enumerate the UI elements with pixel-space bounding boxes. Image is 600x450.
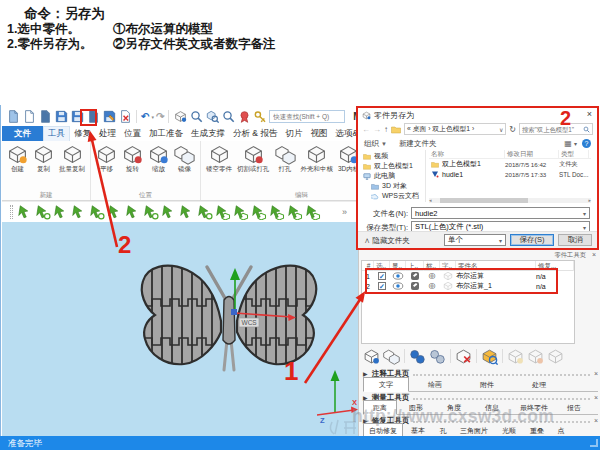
tab-analyze-report[interactable]: 分析 & 报告: [229, 126, 281, 141]
panel-close-icon[interactable]: ×: [592, 251, 596, 258]
select-parts-icon[interactable]: [363, 348, 380, 365]
view-cube-icon[interactable]: [173, 110, 187, 124]
selection-tool-icon[interactable]: [18, 205, 33, 220]
selection-tool-icon[interactable]: [126, 205, 141, 220]
undo-icon[interactable]: ↶: [141, 111, 149, 123]
selection-tool-icon[interactable]: [198, 205, 213, 220]
breadcrumb-caret-icon[interactable]: ∨: [499, 126, 503, 133]
punch-button[interactable]: 打孔: [274, 144, 297, 174]
breadcrumb[interactable]: « 桌面 › 双上色模型1 › ∨: [404, 123, 506, 135]
group-parts-icon[interactable]: [409, 348, 426, 365]
selection-tool-icon[interactable]: [36, 205, 51, 220]
new-scene-icon[interactable]: [22, 110, 36, 124]
close-toolpage-icon[interactable]: ×: [594, 370, 598, 377]
combine-select[interactable]: 单个▾: [444, 234, 506, 246]
sidebar-item-videos[interactable]: 视频: [363, 151, 423, 161]
selection-tool-icon[interactable]: [306, 205, 321, 220]
certificate-icon[interactable]: [237, 110, 251, 124]
tab-slice[interactable]: 切片: [281, 126, 306, 141]
selection-tool-icon[interactable]: [234, 205, 249, 220]
horizontal-scrollbar[interactable]: ◂ ▸: [429, 198, 591, 203]
organize-menu[interactable]: 组织 ▼: [364, 139, 387, 149]
filename-input[interactable]: hudie2▾: [411, 207, 590, 219]
tab-process[interactable]: 处理: [513, 378, 565, 391]
zoom-selection-icon[interactable]: [221, 110, 235, 124]
tab-text[interactable]: 文字: [363, 377, 409, 392]
toolbar-drag-handle[interactable]: [10, 205, 13, 219]
resize-grip[interactable]: [590, 439, 598, 447]
selection-tool-icon[interactable]: [90, 205, 105, 220]
refresh-icon[interactable]: ↻: [509, 125, 516, 134]
close-part-icon[interactable]: [118, 110, 132, 124]
tab-view[interactable]: 视图: [306, 126, 331, 141]
tab-tools[interactable]: 工具: [43, 126, 70, 141]
mirror-button[interactable]: 镜像: [173, 144, 196, 174]
save-button[interactable]: 保存(S): [510, 234, 554, 246]
duplicate-button[interactable]: 复制: [32, 144, 55, 174]
license-key-icon[interactable]: [253, 110, 267, 124]
dialog-close-icon[interactable]: ×: [587, 109, 592, 119]
view-part-icon[interactable]: [205, 110, 219, 124]
close-toolpage-icon[interactable]: ×: [594, 394, 598, 401]
scrollbar-thumb[interactable]: [440, 198, 528, 203]
file-row-stl[interactable]: hudie1 2018/7/5 17:33 STL Doc...: [429, 169, 591, 179]
tab-process[interactable]: 处理: [95, 126, 120, 141]
selection-tool-icon[interactable]: [288, 205, 303, 220]
cancel-button[interactable]: 取消: [558, 234, 592, 246]
inspect-part-icon[interactable]: [481, 348, 498, 365]
create-button[interactable]: 创建: [6, 144, 29, 174]
tab-build-prep[interactable]: 加工准备: [145, 126, 187, 141]
selection-tool-icon[interactable]: [180, 205, 195, 220]
scroll-right-icon[interactable]: ▸: [588, 198, 591, 203]
tab-draw[interactable]: 绘画: [409, 378, 461, 391]
tab-attachment[interactable]: 附件: [461, 378, 513, 391]
up-icon[interactable]: ↑: [384, 125, 388, 134]
dialog-title-bar[interactable]: 零件另存为: [362, 109, 414, 121]
selection-tool-icon[interactable]: [162, 205, 177, 220]
open-project-icon[interactable]: [38, 110, 52, 124]
zoom-tool-icon[interactable]: [189, 110, 203, 124]
scroll-left-icon[interactable]: ◂: [429, 198, 432, 203]
delete-part-icon[interactable]: [455, 348, 472, 365]
toolbar-overflow[interactable]: »: [342, 207, 347, 217]
selection-tool-icon[interactable]: [270, 205, 285, 220]
file-row-folder[interactable]: 双上色模型1 2018/7/5 16:42 文件夹: [429, 159, 591, 169]
scale-button[interactable]: 缩放: [147, 144, 170, 174]
dialog-search[interactable]: [519, 123, 593, 135]
selection-tool-icon[interactable]: [252, 205, 267, 220]
tab-position[interactable]: 位置: [120, 126, 145, 141]
cut-punch-button[interactable]: 切割或打孔: [236, 144, 271, 174]
undo-caret-icon[interactable]: ▾: [151, 114, 154, 120]
selection-tool-icon[interactable]: [54, 205, 69, 220]
save-icon[interactable]: [54, 110, 68, 124]
part-toolpage-title[interactable]: 零件工具页: [555, 251, 586, 260]
tab-support[interactable]: 生成支撑: [187, 126, 229, 141]
caret-down-icon[interactable]: ▾: [583, 224, 586, 231]
sidebar-item-model-folder[interactable]: 双上色模型1: [363, 161, 423, 171]
hide-folders-button[interactable]: ∧ 隐藏文件夹: [364, 236, 410, 246]
selection-tool-icon[interactable]: [216, 205, 231, 220]
hollow-part-button[interactable]: 镂空零件: [205, 144, 233, 174]
file-list-header[interactable]: 名称 修改日期 类型: [429, 150, 591, 159]
save-as-icon[interactable]: [102, 110, 116, 124]
batch-duplicate-button[interactable]: 批量复制: [58, 144, 86, 174]
back-icon[interactable]: ←: [362, 125, 370, 134]
swap-selection-icon[interactable]: [383, 348, 400, 365]
tab-fix[interactable]: 修复: [70, 126, 95, 141]
ungroup-parts-icon[interactable]: [429, 348, 446, 365]
rotate-button[interactable]: 旋转: [121, 144, 144, 174]
caret-down-icon[interactable]: ▾: [583, 210, 586, 217]
list-view-icon[interactable]: ▦ ▾: [564, 139, 577, 148]
quick-search-input[interactable]: [269, 110, 345, 123]
redo-icon[interactable]: ↷: [156, 111, 164, 123]
new-folder-button[interactable]: 新建文件夹: [399, 139, 437, 149]
sidebar-item-wps-cloud[interactable]: WPS云文档: [371, 191, 423, 201]
translate-button[interactable]: 平移: [95, 144, 118, 174]
forward-icon[interactable]: →: [373, 125, 381, 134]
selection-tool-icon[interactable]: [108, 205, 123, 220]
dialog-search-input[interactable]: [522, 126, 583, 133]
help-icon[interactable]: ?: [582, 139, 591, 148]
import-part-icon[interactable]: [6, 110, 20, 124]
selection-tool-icon[interactable]: [144, 205, 159, 220]
tab-file[interactable]: 文件: [2, 126, 43, 141]
